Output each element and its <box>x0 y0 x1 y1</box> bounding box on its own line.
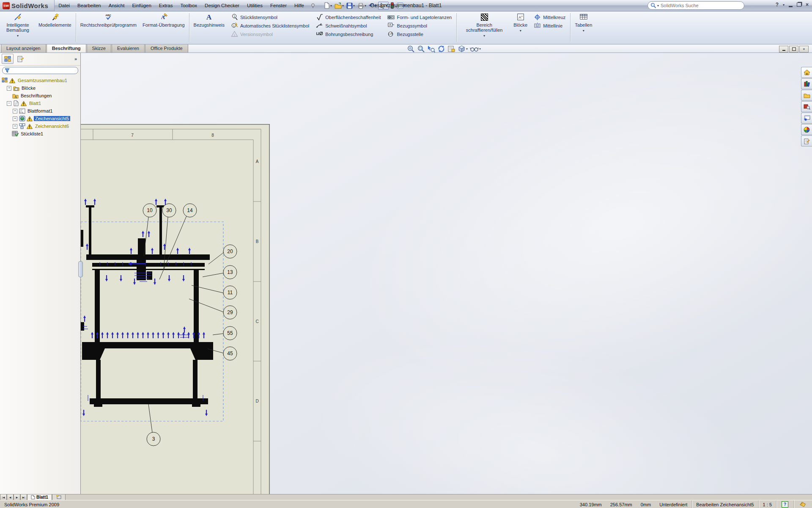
zoom-selection-button[interactable] <box>427 45 435 53</box>
open-dropdown-caret[interactable]: ▾ <box>342 4 344 8</box>
help-caret[interactable]: ▾ <box>783 3 785 7</box>
blocks-caret[interactable]: ▾ <box>520 28 521 33</box>
surface-finish-button[interactable]: Oberflächenbeschaffenheit <box>316 13 381 21</box>
property-manager-tab[interactable] <box>14 54 26 64</box>
area-hatch-caret[interactable]: ▾ <box>483 33 485 39</box>
zoom-fit-button[interactable] <box>407 45 415 53</box>
menu-fenster[interactable]: Fenster <box>266 0 291 11</box>
display-style-button[interactable]: ▾ <box>470 45 481 53</box>
prev-sheet-button[interactable]: ◀ <box>7 494 14 500</box>
balloon-button[interactable]: 1 Stücklistensymbol <box>231 13 309 21</box>
tag-icon[interactable] <box>800 502 806 507</box>
graphics-area[interactable]: 7 8 A B C D <box>80 52 812 494</box>
spellcheck-button[interactable]: ABC Rechtschreibprüfprogramm <box>77 11 140 44</box>
display-style-caret[interactable]: ▾ <box>479 47 481 51</box>
menu-extras[interactable]: Extras <box>155 0 177 11</box>
help-icon[interactable]: ? <box>776 2 779 8</box>
tree-filter-box[interactable] <box>2 67 78 74</box>
tree-item-drawing-view5[interactable]: + Zeichenansicht5 <box>0 115 80 122</box>
balloon[interactable]: 3 <box>147 432 160 446</box>
options-button[interactable]: ▾ <box>396 2 406 9</box>
resources-home-tab[interactable] <box>801 67 812 78</box>
center-mark-button[interactable]: Mittelkreuz <box>534 13 565 21</box>
close-button[interactable]: × <box>806 2 809 8</box>
smart-dimension-button[interactable]: Intelligente Bemaßung ▾ <box>0 11 36 44</box>
view-orientation-caret[interactable]: ▾ <box>466 47 468 51</box>
tables-caret[interactable]: ▾ <box>583 28 584 33</box>
menu-ansicht[interactable]: Ansicht <box>105 0 129 11</box>
undo-button[interactable]: ↶ ▾ <box>368 2 377 9</box>
next-sheet-button[interactable]: ▶ <box>14 494 20 500</box>
model-items-button[interactable]: Modellelemente <box>36 11 74 44</box>
balloon[interactable]: 30 <box>162 204 176 217</box>
datum-target-button[interactable]: A Bezugsstelle <box>387 30 452 38</box>
new-document-button[interactable]: ▾ <box>323 2 333 9</box>
sheet-tab-blatt1[interactable]: Blatt1 <box>27 494 52 500</box>
auto-balloon-button[interactable]: 1 Automatisches Stücklistensymbol <box>231 22 309 30</box>
feature-manager-tab[interactable] <box>2 54 14 64</box>
view-sheet-button[interactable] <box>447 45 455 53</box>
datum-feature-button[interactable]: A Bezugssymbol <box>387 22 452 30</box>
expand-toggle[interactable]: + <box>13 116 17 121</box>
view-orientation-cube-button[interactable]: ▾ <box>458 45 468 53</box>
add-sheet-tab[interactable] <box>52 494 66 500</box>
tree-item-drawing-view6[interactable]: + Zeichenansicht6 <box>0 122 80 130</box>
new-dropdown-caret[interactable]: ▾ <box>330 4 332 8</box>
tree-item-blocks[interactable]: + Blöcke <box>0 84 80 92</box>
options-dropdown-caret[interactable]: ▾ <box>404 4 406 8</box>
panel-expand-chevron[interactable]: » <box>74 56 79 61</box>
balloon[interactable]: 20 <box>223 245 237 258</box>
tab-beschriftung[interactable]: Beschriftung <box>47 44 86 52</box>
balloon[interactable]: 55 <box>223 326 237 340</box>
print-button[interactable]: ▾ <box>357 2 367 9</box>
expand-toggle[interactable]: − <box>7 101 11 106</box>
print-dropdown-caret[interactable]: ▾ <box>365 4 366 8</box>
select-tool-button[interactable]: ▾ <box>378 2 389 10</box>
expand-toggle[interactable]: + <box>13 124 17 129</box>
first-sheet-button[interactable]: |◀ <box>0 494 7 500</box>
toolbox-tab[interactable] <box>801 101 812 112</box>
drawing-sheet[interactable]: 7 8 A B C D <box>80 124 270 494</box>
menu-pin-icon[interactable] <box>310 3 316 8</box>
balloon[interactable]: 45 <box>223 347 237 360</box>
select-dropdown-caret[interactable]: ▾ <box>386 4 387 8</box>
doc-minimize-button[interactable] <box>779 46 788 52</box>
revision-symbol-button[interactable]: 1 Versionssymbol <box>231 30 309 38</box>
tree-item-bom[interactable]: Stückliste1 <box>0 130 80 138</box>
restore-button[interactable] <box>797 3 801 7</box>
menu-einfuegen[interactable]: Einfügen <box>128 0 155 11</box>
undo-dropdown-caret[interactable]: ▾ <box>375 4 376 8</box>
smart-dimension-caret[interactable]: ▾ <box>17 33 19 39</box>
geometric-tolerance-button[interactable]: Form- und Lagetoleranzen <box>387 13 452 21</box>
doc-close-button[interactable]: × <box>799 46 809 52</box>
save-button[interactable]: ▾ <box>346 2 356 9</box>
rebuild-button[interactable] <box>390 2 395 9</box>
appearances-tab[interactable] <box>801 124 812 135</box>
expand-toggle[interactable]: + <box>13 109 17 113</box>
tab-office-produkte[interactable]: Office Produkte <box>145 44 188 52</box>
zoom-area-button[interactable] <box>417 45 425 53</box>
save-dropdown-caret[interactable]: ▾ <box>353 4 355 8</box>
balloon[interactable]: 29 <box>223 306 237 319</box>
custom-properties-tab[interactable] <box>801 135 812 146</box>
search-input[interactable] <box>660 3 741 8</box>
format-painter-button[interactable]: A Format-Übertragung <box>140 11 188 44</box>
balloon[interactable]: 13 <box>223 265 237 279</box>
balloon[interactable]: 11 <box>223 286 237 299</box>
tree-item-annotations[interactable]: A Beschriftungen <box>0 92 80 99</box>
view-palette-tab[interactable] <box>801 113 812 124</box>
search-box[interactable]: ▾ <box>647 1 744 10</box>
open-button[interactable]: ▾ <box>334 2 345 9</box>
redraw-button[interactable] <box>437 45 445 53</box>
balloon[interactable]: 14 <box>183 204 197 217</box>
tables-button[interactable]: Tabellen ▾ <box>572 11 595 44</box>
tab-skizze[interactable]: Skizze <box>87 44 111 52</box>
design-library-tab[interactable] <box>801 78 812 89</box>
tab-evaluieren[interactable]: Evaluieren <box>112 44 145 52</box>
menu-datei[interactable]: Datei <box>55 0 74 11</box>
tree-item-assembly[interactable]: Gesamtzusammenbau1 <box>0 77 80 84</box>
file-explorer-tab[interactable] <box>801 90 812 101</box>
expand-toggle[interactable]: + <box>7 86 11 91</box>
menu-design-checker[interactable]: Design Checker <box>201 0 243 11</box>
menu-bearbeiten[interactable]: Bearbeiten <box>74 0 105 11</box>
